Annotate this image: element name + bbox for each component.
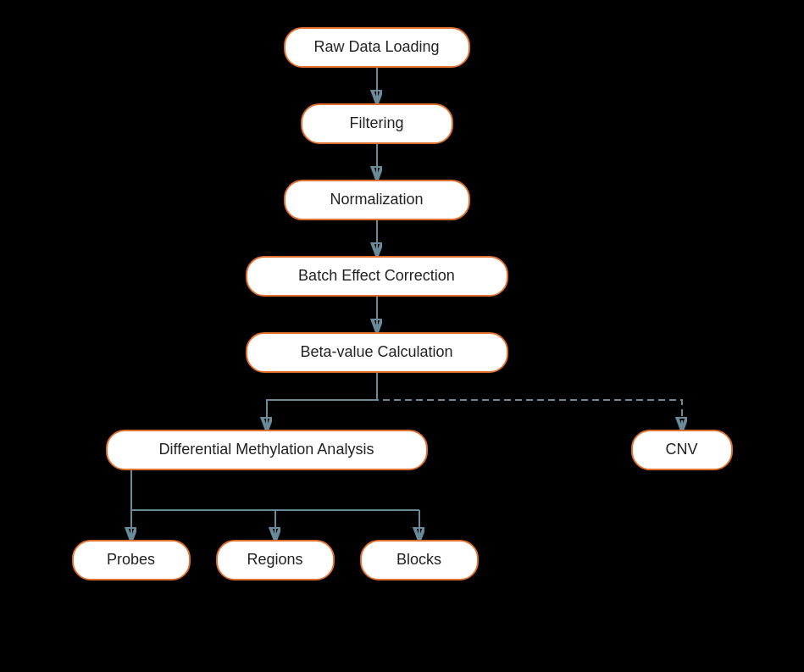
normalization-node: Normalization (284, 180, 470, 220)
beta-value-node: Beta-value Calculation (246, 332, 508, 373)
diff-methyl-node: Differential Methylation Analysis (106, 430, 428, 470)
blocks-node: Blocks (360, 540, 479, 580)
cnv-node: CNV (631, 430, 733, 470)
batch-effect-node: Batch Effect Correction (246, 256, 508, 297)
raw-data-node: Raw Data Loading (284, 27, 470, 68)
flowchart-diagram: Raw Data Loading Filtering Normalization… (21, 14, 784, 658)
probes-node: Probes (72, 540, 191, 580)
regions-node: Regions (216, 540, 335, 580)
filtering-node: Filtering (301, 103, 453, 144)
